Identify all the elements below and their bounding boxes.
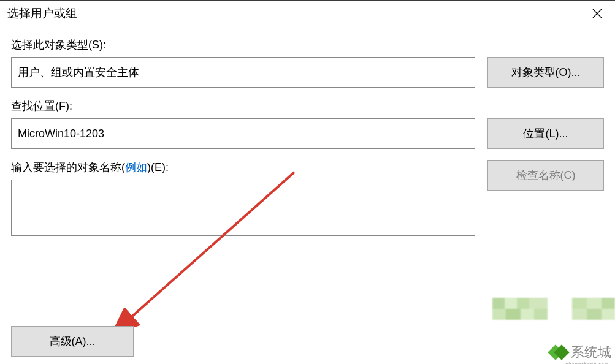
examples-link[interactable]: 例如 (125, 161, 147, 173)
object-type-value: 用户、组或内置安全主体 (18, 65, 139, 80)
locations-button-label: 位置(L)... (523, 126, 568, 141)
dialog-footer: 高级(A)... (0, 326, 145, 357)
object-type-field: 用户、组或内置安全主体 (11, 57, 475, 88)
object-names-label-prefix: 输入要选择的对象名称( (11, 161, 125, 173)
object-names-row: 输入要选择的对象名称(例如)(E): 检查名称(C) (11, 160, 604, 236)
location-left: 查找位置(F): MicroWin10-1203 (11, 99, 475, 149)
object-types-button-label: 对象类型(O)... (511, 65, 581, 80)
object-types-button[interactable]: 对象类型(O)... (487, 57, 604, 88)
locations-button[interactable]: 位置(L)... (487, 118, 604, 149)
object-type-row: 选择此对象类型(S): 用户、组或内置安全主体 对象类型(O)... (11, 37, 604, 88)
object-names-left: 输入要选择的对象名称(例如)(E): (11, 160, 475, 236)
location-row: 查找位置(F): MicroWin10-1203 位置(L)... (11, 99, 604, 149)
titlebar: 选择用户或组 (0, 1, 615, 26)
mosaic-block (492, 298, 548, 320)
watermark-diamond-icon-2 (554, 344, 569, 360)
close-icon (592, 9, 602, 18)
advanced-button[interactable]: 高级(A)... (11, 326, 134, 357)
advanced-button-label: 高级(A)... (50, 334, 96, 349)
mosaic-block-2 (572, 298, 615, 320)
location-field: MicroWin10-1203 (11, 118, 475, 149)
object-names-label: 输入要选择的对象名称(例如)(E): (11, 160, 475, 175)
check-names-button-label: 检查名称(C) (516, 168, 576, 183)
check-names-button: 检查名称(C) (487, 160, 604, 191)
dialog-window: 选择用户或组 选择此对象类型(S): 用户、组或内置安全主体 对象类型(O)..… (0, 0, 615, 364)
location-label: 查找位置(F): (11, 99, 475, 113)
object-names-label-suffix: )(E): (147, 161, 169, 173)
watermark-text: 系统城 (571, 346, 611, 359)
object-type-label: 选择此对象类型(S): (11, 37, 475, 52)
location-value: MicroWin10-1203 (18, 127, 104, 140)
watermark-diamond-icon (548, 344, 563, 360)
watermark-url: xitongcheng.com (565, 362, 609, 364)
window-title: 选择用户或组 (7, 6, 77, 21)
close-button[interactable] (579, 1, 615, 26)
object-type-left: 选择此对象类型(S): 用户、组或内置安全主体 (11, 37, 475, 88)
object-names-input[interactable] (11, 180, 475, 236)
watermark-logo: 系统城 (550, 346, 611, 359)
dialog-content: 选择此对象类型(S): 用户、组或内置安全主体 对象类型(O)... 查找位置(… (0, 26, 615, 236)
